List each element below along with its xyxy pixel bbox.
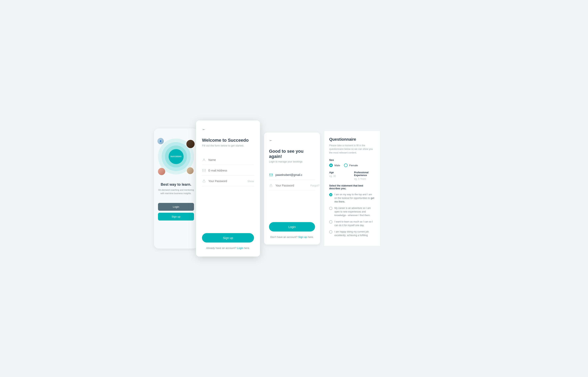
login-password-input[interactable] [275,184,311,187]
email-icon [202,168,206,173]
email-input[interactable] [208,169,254,172]
email-input-group [202,166,254,176]
login-title: Good to see you again! [269,149,315,159]
login-back-button[interactable]: ← [269,139,274,143]
avatar-bottom-left [158,167,166,176]
sex-radio-group: Male Female [329,164,375,167]
svg-rect-2 [203,181,205,182]
svg-rect-4 [270,185,272,187]
lock-icon [202,179,206,183]
statement-1-text: I am on my way to the top and I am on th… [334,193,375,203]
age-col: Age eg. 30 [329,171,350,180]
age-placeholder: eg. 30 [329,175,350,177]
login-email-input[interactable] [275,173,315,177]
here-text2: here. [308,236,314,238]
home-login-button[interactable]: Login [158,203,194,211]
forgot-password-button[interactable]: Forgot? [311,184,319,187]
login-password-input-group: Forgot? [269,181,315,190]
signup-link[interactable]: Sign up [298,236,307,238]
home-title: Best way to learn. [161,182,191,187]
questionnaire-subtitle: Please take a moment to fill in the ques… [329,144,375,154]
svg-point-0 [203,159,205,160]
signup-bottom-text: Already have an account? Login here. [202,247,254,249]
svg-rect-1 [203,169,206,172]
avatar-top-left: 👤 [157,138,164,145]
avatar-top-right [186,140,195,149]
exp-placeholder: eg. 5 Years [354,177,375,180]
no-account-text: Don't have an account? [270,236,297,238]
name-input-group [202,155,254,165]
password-input[interactable] [208,179,247,183]
screen-login: ← Good to see you again! Login to manage… [264,132,320,245]
statement-2-text: My career is an adventure so I am open t… [334,206,375,217]
screen-home: SUCCEEDO 👤 Best way to learn. On-demand … [154,129,198,248]
sex-female-radio[interactable] [344,164,348,167]
statement-section-title: Select the statement that best describes… [329,184,375,190]
signup-button[interactable]: Sign up [202,233,254,243]
exp-label: Professional Experience [354,171,375,177]
concentric-circles: SUCCEEDO 👤 [158,139,194,175]
sex-female-label: Female [349,164,358,167]
login-button[interactable]: Login [269,222,315,232]
home-signup-button[interactable]: Sign up [158,213,194,221]
age-label: Age [329,171,350,174]
home-subtitle: On-demand coaching and mentoring with re… [158,188,194,195]
questionnaire-title: Questionnaire [329,137,375,142]
brand-circle: SUCCEEDO [169,149,184,164]
password-input-group: Show [202,176,254,186]
sex-male-radio[interactable] [329,164,333,167]
sex-male-option[interactable]: Male [329,164,340,167]
sex-male-label: Male [334,164,340,167]
signup-subtitle: Fill out the form below to get started. [202,144,254,147]
signup-title: Welcome to Succeedo [202,138,254,143]
person-icon [202,158,206,162]
login-bottom-text: Don't have an account? Sign up here. [269,236,315,238]
signup-back-button[interactable]: ← [202,128,207,132]
statement-4[interactable]: I am happy doing my current job excellen… [329,230,375,237]
statement-3-text: I want to learn as much as I can so I ca… [334,220,375,227]
screen-questionnaire: Questionnaire Please take a moment to fi… [324,131,380,246]
login-link[interactable]: Login [237,247,243,249]
name-input[interactable] [208,158,254,162]
login-email-input-group [269,170,315,180]
show-password-button[interactable]: Show [247,180,254,183]
here-text: here. [244,247,250,249]
statement-1-radio[interactable] [329,193,332,196]
already-account-text: Already have an account? [206,247,236,249]
statement-2-radio[interactable] [329,207,332,210]
screen-signup: ← Welcome to Succeedo Fill out the form … [196,120,260,257]
statement-1[interactable]: I am on my way to the top and I am on th… [329,193,375,203]
statement-3[interactable]: I want to learn as much as I can so I ca… [329,220,375,227]
avatar-bottom-right [186,167,194,175]
login-email-icon [269,173,273,177]
age-exp-group: Age eg. 30 Professional Experience eg. 5… [329,171,375,180]
statement-4-radio[interactable] [329,230,332,234]
login-lock-icon [269,184,273,188]
statement-3-radio[interactable] [329,220,332,224]
exp-col: Professional Experience eg. 5 Years [354,171,375,180]
sex-female-option[interactable]: Female [344,164,358,167]
sex-label: Sex [329,158,375,162]
login-subtitle: Login to manage your bookings [269,160,315,163]
statement-4-text: I am happy doing my current job excellen… [334,230,375,237]
svg-rect-3 [270,174,273,176]
statement-2[interactable]: My career is an adventure so I am open t… [329,206,375,217]
